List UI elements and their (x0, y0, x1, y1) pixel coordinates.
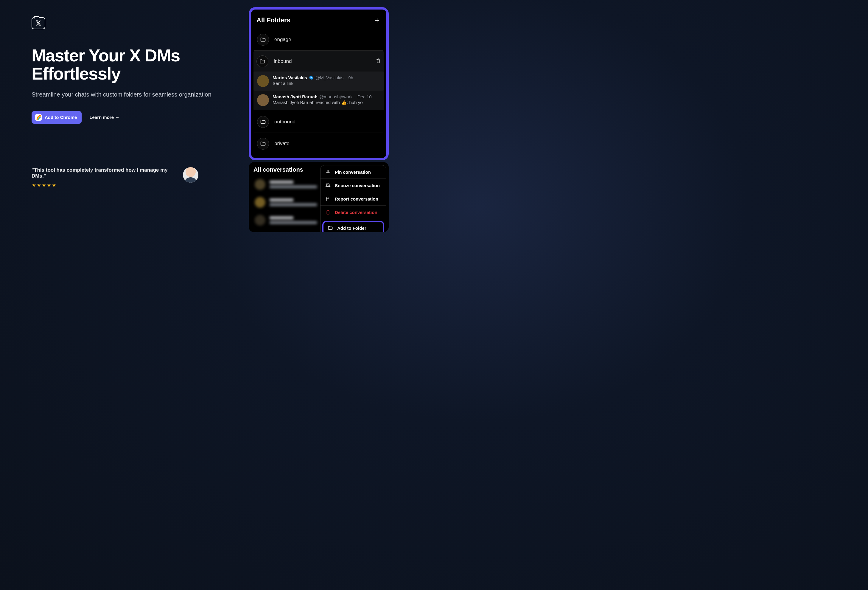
menu-report-conversation[interactable]: Report conversation (320, 192, 386, 206)
folder-label: inbound (274, 58, 292, 64)
menu-label: Report conversation (335, 197, 378, 201)
dm-avatar (257, 75, 269, 87)
menu-label: Snooze conversation (335, 183, 380, 188)
dm-sender-name: Manash Jyoti Baruah (273, 94, 317, 99)
app-logo: 𝕏 (32, 17, 45, 29)
heading-line-2: Effortlessly (32, 64, 120, 83)
add-to-chrome-label: Add to Chrome (45, 115, 77, 120)
testimonial-quote: "This tool has completely transformed ho… (32, 167, 176, 179)
folder-icon (257, 138, 269, 149)
menu-pin-conversation[interactable]: Pin conversation (320, 166, 386, 179)
learn-more-link[interactable]: Learn more → (89, 115, 120, 120)
menu-add-to-folder[interactable]: Add to Folder (322, 221, 384, 232)
menu-label: Add to Folder (337, 226, 366, 231)
folder-row-private[interactable]: private (254, 133, 383, 154)
dm-preview: Manash Jyoti Baruah reacted with 👍: huh … (273, 100, 372, 105)
menu-label: Delete conversation (335, 210, 377, 215)
folder-icon (328, 225, 333, 231)
dm-timestamp: Dec 10 (357, 94, 372, 99)
page-heading: Master Your X DMs Effortlessly (32, 46, 223, 83)
menu-label: Pin conversation (335, 170, 371, 174)
heading-line-1: Master Your X DMs (32, 46, 180, 65)
folder-icon (257, 116, 269, 128)
folder-label: private (275, 140, 289, 146)
folders-panel: All Folders ＋ engage inbound (249, 7, 389, 160)
star-rating: ★★★★★ (32, 182, 176, 188)
testimonial: "This tool has completely transformed ho… (32, 167, 198, 188)
folder-row-inbound[interactable]: inbound Marios Vasilakis @M_Vasilakis · (254, 51, 384, 110)
x-icon: 𝕏 (36, 20, 41, 27)
folder-label: outbound (275, 119, 295, 125)
dm-row[interactable]: Marios Vasilakis @M_Vasilakis · 9h Sent … (254, 71, 384, 90)
folder-icon (257, 55, 269, 67)
folder-row-engage[interactable]: engage (254, 30, 383, 50)
flag-icon (325, 196, 331, 201)
delete-folder-icon[interactable] (376, 58, 381, 65)
snooze-icon (325, 183, 331, 188)
menu-delete-conversation[interactable]: Delete conversation (320, 206, 386, 219)
folder-label: engage (275, 37, 291, 43)
folder-row-outbound[interactable]: outbound (254, 112, 383, 132)
conversations-panel: All conversations Pin conversation (249, 162, 389, 232)
dm-preview: Sent a link (273, 81, 353, 86)
trash-icon (325, 210, 331, 215)
dm-handle: @M_Vasilakis (316, 75, 344, 80)
dm-handle: @manashjbwork (319, 94, 353, 99)
testimonial-avatar (183, 167, 198, 183)
dm-timestamp: 9h (348, 75, 353, 80)
menu-snooze-conversation[interactable]: Snooze conversation (320, 179, 386, 192)
chrome-icon: 🌈 (35, 114, 42, 121)
folders-title: All Folders (257, 16, 291, 24)
page-subheading: Streamline your chats with custom folder… (32, 91, 223, 98)
dm-avatar (257, 94, 269, 106)
add-to-chrome-button[interactable]: 🌈 Add to Chrome (32, 111, 82, 124)
dm-row[interactable]: Manash Jyoti Baruah @manashjbwork · Dec … (254, 90, 384, 109)
dm-sender-name: Marios Vasilakis (273, 75, 307, 80)
conversation-context-menu: Pin conversation Snooze conversation Rep… (320, 165, 386, 232)
folder-icon (257, 34, 269, 46)
verified-badge-icon (309, 75, 314, 80)
add-folder-icon[interactable]: ＋ (373, 15, 381, 25)
pin-icon (325, 169, 331, 174)
